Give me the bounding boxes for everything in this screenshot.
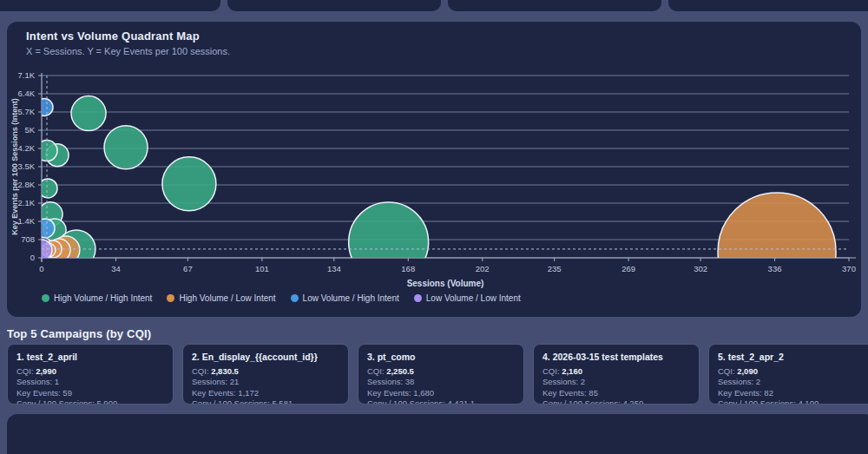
campaign-card-stat: Conv / 100 Sessions: 5,900 bbox=[16, 398, 164, 405]
svg-text:101: 101 bbox=[255, 264, 269, 273]
legend-dot-icon bbox=[167, 294, 174, 302]
svg-text:34: 34 bbox=[111, 264, 121, 273]
campaigns-heading: Top 5 Campaigns (by CQI) bbox=[7, 327, 151, 340]
cropped-card bbox=[0, 0, 220, 11]
campaign-card-stat: Sessions: 2 bbox=[542, 377, 690, 387]
legend-dot-icon bbox=[42, 294, 49, 302]
campaign-card-stat: Conv / 100 Sessions: 4,250 bbox=[542, 398, 690, 405]
bubble-chart: 07081.4K2.1K2.8K3.5K4.2K5K5.7K6.4K7.1K03… bbox=[7, 65, 861, 293]
svg-text:5.7K: 5.7K bbox=[17, 107, 35, 116]
campaign-card: 3. pt_comoCQI: 2,250.5Sessions: 38Key Ev… bbox=[358, 344, 524, 405]
campaign-card-stat: Conv / 100 Sessions: 4,421.1 bbox=[367, 398, 515, 405]
svg-text:1.4K: 1.4K bbox=[17, 216, 35, 226]
campaign-card-stat: Conv / 100 Sessions: 5,581 bbox=[192, 398, 339, 405]
bubble-high-volume-low-intent[interactable] bbox=[718, 193, 836, 293]
bubble-high-volume-high-intent[interactable] bbox=[349, 202, 429, 282]
svg-text:2.1K: 2.1K bbox=[17, 198, 35, 207]
svg-text:168: 168 bbox=[401, 264, 415, 273]
svg-text:0: 0 bbox=[30, 253, 35, 262]
campaign-card-stat: Key Events: 1,172 bbox=[192, 388, 339, 398]
legend-label: High Volume / High Intent bbox=[54, 293, 152, 303]
bubble-low-volume-high-intent[interactable] bbox=[36, 98, 53, 115]
svg-text:3.5K: 3.5K bbox=[17, 161, 35, 171]
campaign-card-stat: CQI: 2,250.5 bbox=[367, 366, 515, 377]
svg-text:708: 708 bbox=[21, 234, 35, 244]
legend-item-high-volume-high-intent[interactable]: High Volume / High Intent bbox=[42, 293, 152, 303]
campaign-card: 5. test_2_apr_2CQI: 2,090Sessions: 2Key … bbox=[708, 344, 868, 405]
campaign-card-stat: Key Events: 85 bbox=[542, 388, 690, 398]
legend-dot-icon bbox=[414, 294, 422, 302]
svg-text:6.4K: 6.4K bbox=[17, 89, 35, 98]
svg-text:370: 370 bbox=[842, 264, 856, 273]
svg-text:7.1K: 7.1K bbox=[17, 70, 35, 80]
svg-text:269: 269 bbox=[621, 264, 635, 273]
svg-text:4.2K: 4.2K bbox=[17, 143, 35, 153]
campaign-card-stat: Sessions: 1 bbox=[16, 377, 164, 387]
campaign-card-title: 2. En_display_{{account_id}} bbox=[192, 352, 339, 362]
campaign-card-stat: CQI: 2,830.5 bbox=[192, 366, 339, 377]
campaign-card-title: 1. test_2_april bbox=[16, 352, 164, 362]
campaign-cards: 1. test_2_aprilCQI: 2,990Sessions: 1Key … bbox=[7, 344, 868, 405]
campaign-card-stat: Conv / 100 Sessions: 4,100 bbox=[718, 398, 865, 405]
campaign-card-stat: Sessions: 2 bbox=[718, 377, 865, 387]
cropped-card bbox=[448, 0, 661, 11]
svg-text:336: 336 bbox=[768, 264, 782, 273]
bubble-high-volume-high-intent[interactable] bbox=[38, 179, 57, 198]
legend-item-low-volume-high-intent[interactable]: Low Volume / High Intent bbox=[291, 293, 399, 303]
campaign-card-stat: CQI: 2,990 bbox=[16, 366, 164, 377]
campaign-card-stat: Sessions: 21 bbox=[192, 377, 339, 387]
y-axis-title: Key Events per 100 Sessions (Intent) bbox=[10, 98, 19, 235]
x-axis-title: Sessions (Volume) bbox=[407, 279, 484, 288]
campaign-card: 4. 2026-03-15 test templatesCQI: 2,160Se… bbox=[533, 344, 700, 405]
svg-text:2.8K: 2.8K bbox=[17, 180, 35, 189]
campaign-card: 1. test_2_aprilCQI: 2,990Sessions: 1Key … bbox=[7, 344, 174, 405]
campaign-card-stat: Key Events: 59 bbox=[16, 388, 164, 398]
campaign-card: 2. En_display_{{account_id}}CQI: 2,830.5… bbox=[182, 344, 349, 405]
campaign-card-stat: CQI: 2,160 bbox=[542, 366, 690, 377]
legend-label: High Volume / Low Intent bbox=[179, 293, 275, 303]
cropped-card bbox=[668, 0, 868, 11]
campaign-card-stat: CQI: 2,090 bbox=[718, 366, 865, 377]
svg-text:302: 302 bbox=[694, 264, 707, 273]
bottom-cropped-panel bbox=[7, 414, 868, 454]
svg-text:202: 202 bbox=[476, 264, 490, 273]
svg-text:235: 235 bbox=[548, 264, 562, 273]
campaign-card-title: 4. 2026-03-15 test templates bbox=[542, 352, 690, 362]
svg-text:0: 0 bbox=[39, 264, 43, 273]
svg-text:134: 134 bbox=[327, 264, 341, 273]
svg-text:67: 67 bbox=[183, 264, 193, 273]
campaign-card-stat: Key Events: 82 bbox=[718, 388, 865, 398]
chart-subtitle: X = Sessions. Y = Key Events per 100 ses… bbox=[26, 46, 230, 56]
legend-dot-icon bbox=[291, 294, 299, 302]
bubble-high-volume-high-intent[interactable] bbox=[104, 126, 148, 169]
campaign-card-stat: Sessions: 38 bbox=[367, 377, 515, 387]
chart-legend: High Volume / High IntentHigh Volume / L… bbox=[42, 293, 521, 303]
legend-label: Low Volume / High Intent bbox=[303, 293, 399, 303]
campaign-card-title: 3. pt_como bbox=[367, 352, 515, 362]
legend-label: Low Volume / Low Intent bbox=[426, 293, 521, 303]
campaign-card-title: 5. test_2_apr_2 bbox=[718, 352, 865, 362]
svg-text:5K: 5K bbox=[24, 125, 35, 135]
cropped-card bbox=[227, 0, 441, 11]
campaign-card-stat: Key Events: 1,680 bbox=[367, 388, 515, 398]
bubble-high-volume-high-intent[interactable] bbox=[162, 157, 216, 211]
chart-title: Intent vs Volume Quadrant Map bbox=[26, 30, 200, 43]
legend-item-high-volume-low-intent[interactable]: High Volume / Low Intent bbox=[167, 293, 275, 303]
quadrant-map-panel: Intent vs Volume Quadrant Map X = Sessio… bbox=[7, 22, 861, 317]
bubble-high-volume-high-intent[interactable] bbox=[71, 96, 106, 131]
legend-item-low-volume-low-intent[interactable]: Low Volume / Low Intent bbox=[414, 293, 521, 303]
